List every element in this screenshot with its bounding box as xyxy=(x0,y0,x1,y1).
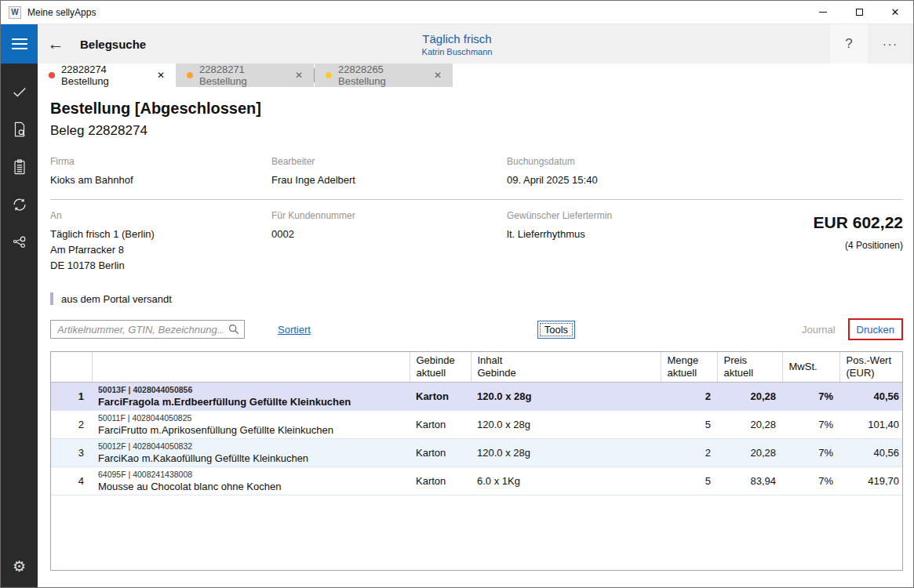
drucken-button[interactable]: Drucken xyxy=(857,324,894,336)
article-cell: 50013F | 4028044050856 FarciFragola m.Er… xyxy=(92,383,410,411)
maximize-button[interactable] xyxy=(841,1,877,24)
check-icon xyxy=(11,83,28,100)
page-title: Belegsuche xyxy=(80,38,146,51)
tab-bestellung-22828274[interactable]: 22828274 Bestellung ✕ xyxy=(38,64,176,87)
help-icon: ? xyxy=(845,36,852,52)
hamburger-icon xyxy=(12,38,27,40)
field-label: Firma xyxy=(50,156,271,167)
inhalt-cell: 120.0 x 28g xyxy=(471,411,661,439)
window-controls: ✕ xyxy=(805,1,913,24)
minimize-button[interactable] xyxy=(805,1,841,24)
header-actions: ? ··· xyxy=(830,24,913,64)
field-label: Für Kundennummer xyxy=(271,210,507,221)
sidebar-item-sync[interactable] xyxy=(1,186,38,223)
gebinde-cell: Karton xyxy=(410,383,471,411)
field-firma: Firma Kioks am Bahnhof xyxy=(50,156,271,188)
inhalt-cell: 6.0 x 1Kg xyxy=(471,467,661,495)
preis-cell: 20,28 xyxy=(717,383,782,411)
sidebar-item-clipboard[interactable] xyxy=(1,148,38,186)
mwst-cell: 7% xyxy=(782,383,839,411)
sync-icon xyxy=(11,196,28,213)
field-value: 0002 xyxy=(271,227,507,242)
row-number: 1 xyxy=(51,383,92,411)
preis-cell: 20,28 xyxy=(717,439,782,467)
col-menge: Menge aktuell xyxy=(661,352,717,383)
sortiert-link[interactable]: Sortiert xyxy=(278,324,311,336)
badge-text: aus dem Portal versandt xyxy=(61,293,172,305)
article-code: 64095F | 4008241438008 xyxy=(98,470,403,480)
tools-button[interactable]: Tools xyxy=(537,321,575,339)
gebinde-cell: Karton xyxy=(410,467,471,495)
tab-close-icon[interactable]: ✕ xyxy=(154,70,168,81)
field-value: 09. April 2025 15:40 xyxy=(507,172,903,188)
sidebar: ⚙ xyxy=(1,64,38,588)
app-logo-icon: W xyxy=(9,6,21,19)
col-preis: Preis aktuell xyxy=(717,352,782,383)
gear-icon: ⚙ xyxy=(13,557,26,575)
tab-close-icon[interactable]: ✕ xyxy=(431,70,445,81)
article-cell: 64095F | 4008241438008 Mousse au Chocola… xyxy=(92,467,410,495)
article-code: 50011F | 4028044050825 xyxy=(98,413,403,423)
help-button[interactable]: ? xyxy=(830,24,868,64)
minimize-icon xyxy=(819,12,827,13)
mwst-cell: 7% xyxy=(782,411,839,439)
mwst-cell: 7% xyxy=(782,439,839,467)
search-input[interactable] xyxy=(50,320,245,339)
journal-button[interactable]: Journal xyxy=(802,324,836,336)
inhalt-cell: 120.0 x 28g xyxy=(471,439,661,467)
menge-cell: 5 xyxy=(661,467,717,495)
share-network-icon xyxy=(11,234,28,251)
table-row[interactable]: 1 50013F | 4028044050856 FarciFragola m.… xyxy=(51,383,903,411)
menge-cell: 5 xyxy=(661,411,717,439)
col-inhalt: Inhalt Gebinde xyxy=(471,352,661,383)
document-title: Bestellung [Abgeschlossen] xyxy=(50,100,903,118)
ellipsis-icon: ··· xyxy=(883,38,898,50)
address-line: DE 10178 Berlin xyxy=(50,258,271,274)
field-value: lt. Lieferrhythmus xyxy=(507,227,738,242)
field-buchungsdatum: Buchungsdatum 09. April 2025 15:40 xyxy=(507,156,903,188)
positions-table: Gebinde aktuell Inhalt Gebinde Menge akt… xyxy=(50,351,903,571)
table-row[interactable]: 3 50012F | 4028044050832 FarciKao m.Kaka… xyxy=(51,439,903,467)
field-value: Kioks am Bahnhof xyxy=(50,172,271,188)
tab-label: 22828265 Bestellung xyxy=(338,64,431,87)
mwst-cell: 7% xyxy=(782,467,839,495)
back-arrow-icon: ← xyxy=(48,34,64,53)
sidebar-item-settings[interactable]: ⚙ xyxy=(1,551,38,588)
article-name: Mousse au Chocolat blanc ohne Kochen xyxy=(98,480,403,493)
field-kundennummer: Für Kundennummer 0002 xyxy=(271,210,507,274)
sidebar-item-tasks[interactable] xyxy=(1,73,38,111)
wert-cell: 419,70 xyxy=(839,467,903,495)
maximize-icon xyxy=(856,9,863,16)
fields-row-1: Firma Kioks am Bahnhof Bearbeiter Frau I… xyxy=(50,156,903,188)
drucken-highlight-box[interactable]: Drucken xyxy=(848,318,903,340)
back-button[interactable]: ← xyxy=(38,24,74,64)
sidebar-item-share[interactable] xyxy=(1,223,38,261)
tab-label: 22828274 Bestellung xyxy=(61,64,154,87)
tab-close-icon[interactable]: ✕ xyxy=(292,70,306,81)
more-options-button[interactable]: ··· xyxy=(868,24,913,64)
tab-bestellung-22828271[interactable]: 22828271 Bestellung ✕ xyxy=(176,64,314,87)
section-divider xyxy=(50,199,903,200)
table-row[interactable]: 4 64095F | 4008241438008 Mousse au Choco… xyxy=(51,467,903,495)
sidebar-item-document-search[interactable] xyxy=(1,111,38,148)
table-row[interactable]: 2 50011F | 4028044050825 FarciFrutto m.A… xyxy=(51,411,903,439)
article-code: 50012F | 4028044050832 xyxy=(98,441,403,452)
header-customer-block: Täglich frisch Katrin Buschmann xyxy=(422,24,493,64)
hamburger-menu-button[interactable] xyxy=(1,24,38,64)
article-code: 50013F | 4028044050856 xyxy=(98,385,403,395)
article-name: FarciKao m.Kakaofüllung Gefüllte Kleinku… xyxy=(98,452,403,465)
tab-status-dot xyxy=(187,72,193,78)
app-title: Meine sellyApps xyxy=(27,7,96,18)
close-button[interactable]: ✕ xyxy=(877,1,913,24)
fields-row-2: An Täglich frisch 1 (Berlin) Am Pfarrack… xyxy=(50,210,738,274)
row-number: 4 xyxy=(51,467,92,495)
menge-cell: 2 xyxy=(661,383,717,411)
field-label: Gewünscher Liefertermin xyxy=(507,210,738,221)
tab-bestellung-22828265[interactable]: 22828265 Bestellung ✕ xyxy=(315,64,453,87)
col-mwst: MwSt. xyxy=(782,352,839,383)
wert-cell: 40,56 xyxy=(839,383,903,411)
table-header-row: Gebinde aktuell Inhalt Gebinde Menge akt… xyxy=(51,352,903,383)
document-content: Bestellung [Abgeschlossen] Beleg 2282827… xyxy=(38,87,913,588)
article-toolbar: Sortiert Tools Journal Drucken xyxy=(50,319,903,339)
address-line: Am Pfarracker 8 xyxy=(50,242,271,258)
